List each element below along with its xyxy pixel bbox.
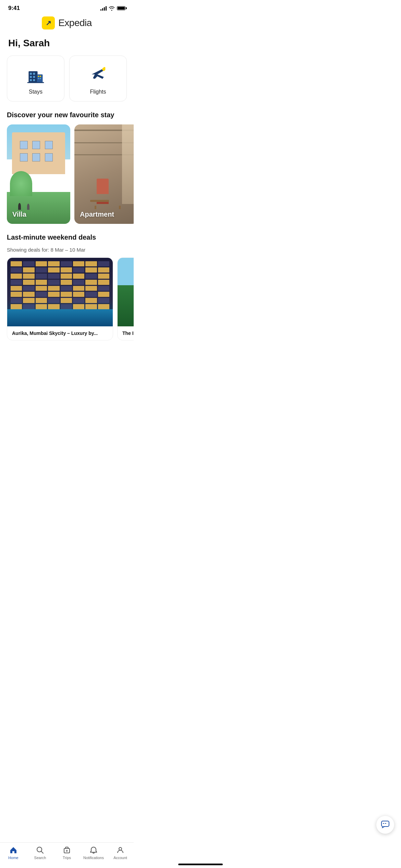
deals-scroll: Aurika, Mumbai Skycity – Luxury by... Th… bbox=[0, 257, 134, 375]
villa-label: Villa bbox=[12, 210, 26, 218]
svg-rect-10 bbox=[38, 78, 39, 79]
battery-icon bbox=[117, 6, 125, 10]
property-type-scroll: Villa Apartment House bbox=[0, 124, 134, 233]
stays-button[interactable]: Stays bbox=[7, 56, 64, 101]
app-title: Expedia bbox=[58, 17, 92, 28]
flights-button[interactable]: Flights bbox=[69, 56, 127, 101]
svg-rect-5 bbox=[30, 79, 32, 81]
wifi-icon bbox=[109, 6, 115, 11]
deal-card-body-2: The Imr... bbox=[118, 326, 134, 340]
property-card-apartment[interactable]: Apartment bbox=[74, 124, 134, 224]
status-time: 9:41 bbox=[8, 5, 20, 12]
deals-section-title: Last-minute weekend deals bbox=[0, 233, 134, 247]
greeting-text: Hi, Sarah bbox=[0, 35, 134, 56]
svg-rect-1 bbox=[30, 73, 32, 75]
flights-label: Flights bbox=[90, 89, 106, 95]
svg-rect-3 bbox=[30, 76, 32, 78]
deal-name-2: The Imr... bbox=[122, 330, 134, 336]
app-header: Expedia bbox=[0, 14, 134, 35]
deal-card-body-1: Aurika, Mumbai Skycity – Luxury by... bbox=[7, 326, 113, 340]
stays-label: Stays bbox=[29, 89, 42, 95]
svg-rect-11 bbox=[40, 78, 41, 79]
svg-rect-4 bbox=[33, 76, 35, 78]
discover-section-title: Discover your new favourite stay bbox=[0, 111, 134, 124]
deal-card-image-1 bbox=[7, 258, 113, 326]
property-card-villa[interactable]: Villa bbox=[7, 124, 70, 224]
quick-actions: Stays Flights bbox=[0, 56, 134, 111]
status-bar: 9:41 bbox=[0, 0, 134, 14]
svg-rect-8 bbox=[38, 76, 39, 77]
svg-rect-7 bbox=[37, 74, 43, 82]
deals-subtitle: Showing deals for: 8 Mar – 10 Mar bbox=[0, 247, 134, 257]
svg-rect-9 bbox=[40, 76, 41, 77]
flights-icon bbox=[88, 64, 108, 85]
svg-rect-12 bbox=[27, 82, 44, 83]
deal-card-1[interactable]: Aurika, Mumbai Skycity – Luxury by... bbox=[7, 257, 113, 340]
deal-card-2[interactable]: The Imr... bbox=[117, 257, 134, 340]
deal-card-image-2 bbox=[118, 258, 134, 326]
status-icons bbox=[100, 6, 125, 11]
svg-point-14 bbox=[104, 67, 106, 69]
svg-rect-2 bbox=[33, 73, 35, 75]
app-logo bbox=[42, 16, 55, 29]
deal-name-1: Aurika, Mumbai Skycity – Luxury by... bbox=[12, 330, 108, 336]
signal-icon bbox=[100, 6, 107, 11]
apartment-label: Apartment bbox=[80, 210, 114, 218]
stays-icon bbox=[25, 64, 46, 85]
svg-rect-6 bbox=[33, 79, 35, 81]
